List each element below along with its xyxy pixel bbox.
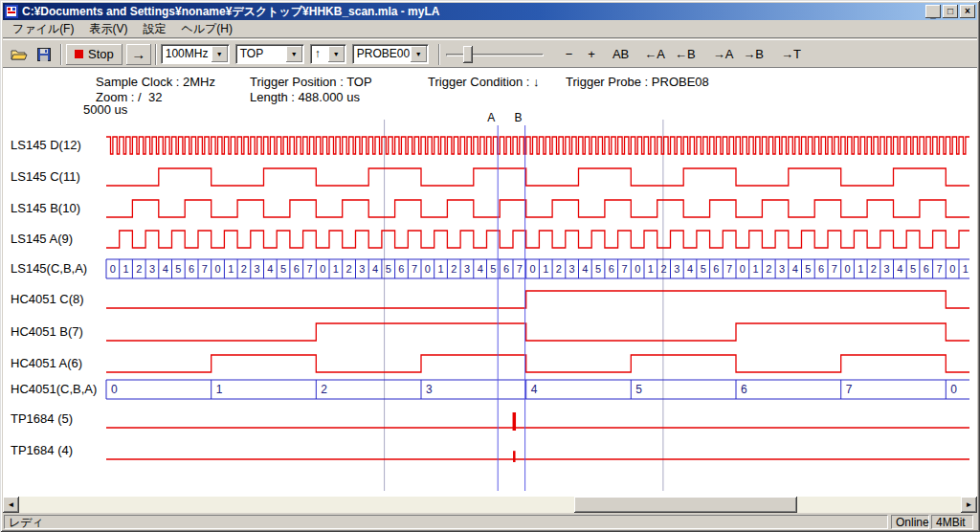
bus-segment-label: 2 xyxy=(136,263,142,275)
bus-segment-label: 3 xyxy=(674,263,679,275)
goto-trigger-button[interactable]: →T xyxy=(776,44,806,65)
app-window: C:¥Documents and Settings¥noname¥デスクトップ¥… xyxy=(0,0,980,532)
bus-segment-label: 1 xyxy=(543,263,548,275)
cursor-b-label: B xyxy=(515,111,523,124)
menu-item-file[interactable]: ファイル(F) xyxy=(5,20,81,38)
bus-segment-label: 3 xyxy=(149,263,155,275)
bus-segment-label: 7 xyxy=(832,263,837,275)
bus-segment-label: 3 xyxy=(426,383,433,396)
bus-segment-label: 6 xyxy=(609,263,614,275)
minimize-button[interactable]: _ xyxy=(925,5,941,18)
bus-segment-label: 5 xyxy=(635,383,642,396)
menu-item-help[interactable]: ヘルプ(H) xyxy=(173,20,240,38)
bus-segment-label: 7 xyxy=(412,263,417,275)
run-button[interactable]: → xyxy=(126,44,151,65)
length-info: Length : 488.000 us xyxy=(250,90,360,104)
window-title: C:¥Documents and Settings¥noname¥デスクトップ¥… xyxy=(22,4,924,20)
cursor-a-label: A xyxy=(487,111,495,124)
sample-clock-select[interactable]: 100MHz ▼ xyxy=(161,44,230,64)
bus-segment-label: 4 xyxy=(478,263,483,275)
goto-cursor-a-button[interactable]: ←A xyxy=(639,44,670,65)
trigger-condition-info: Trigger Condition : ↓ xyxy=(428,75,540,89)
open-file-button[interactable] xyxy=(7,43,32,66)
zoom-out-button[interactable]: − xyxy=(561,44,578,65)
bus-segment-label: 6 xyxy=(741,383,747,396)
bus-segment-label: 4 xyxy=(267,263,273,275)
zoom-slider[interactable] xyxy=(444,44,546,65)
bus-segment-label: 2 xyxy=(346,263,352,275)
bus-segment-label: 0 xyxy=(950,383,957,396)
bus-segment-label: 4 xyxy=(687,263,693,275)
bus-segment-label: 4 xyxy=(792,263,798,275)
set-cursor-b-button[interactable]: →B xyxy=(738,44,768,65)
waveform-trace xyxy=(106,231,969,248)
waveform-trace xyxy=(106,200,969,217)
goto-cursor-b-button[interactable]: ←B xyxy=(670,44,701,65)
channel-label: TP1684 (5) xyxy=(11,411,73,426)
bus-segment-label: 7 xyxy=(726,263,732,275)
bus-segment-label: 6 xyxy=(503,263,509,275)
bus-segment-label: 5 xyxy=(910,263,916,275)
zoom-in-button[interactable]: + xyxy=(583,44,600,65)
titlebar[interactable]: C:¥Documents and Settings¥noname¥デスクトップ¥… xyxy=(3,3,977,20)
bus-segment-label: 3 xyxy=(569,263,575,275)
scroll-thumb[interactable] xyxy=(574,497,797,513)
scroll-right-button[interactable]: ► xyxy=(961,497,977,513)
dropdown-arrow-icon[interactable]: ▼ xyxy=(286,46,302,62)
toolbar-separator xyxy=(155,44,157,65)
status-ready: レディ xyxy=(4,515,888,529)
bus-segment-label: 0 xyxy=(844,263,850,275)
sample-clock-value: 100MHz xyxy=(162,45,211,63)
save-floppy-icon xyxy=(37,48,51,61)
bus-segment-label: 7 xyxy=(621,263,627,275)
bus-segment-label: 2 xyxy=(556,263,562,275)
slider-groove xyxy=(446,54,544,56)
bus-segment-label: 0 xyxy=(111,383,118,396)
set-cursor-a-button[interactable]: →A xyxy=(708,44,739,65)
bus-segment-label: 1 xyxy=(228,263,234,275)
status-memory: 4MBit xyxy=(931,515,973,529)
bus-segment-label: 6 xyxy=(189,263,194,275)
waveform-canvas[interactable]: LS145 D(12)LS145 C(11)LS145 B(10)LS145 A… xyxy=(3,110,975,495)
trigger-position-value: TOP xyxy=(236,45,285,63)
bus-segment-label: 3 xyxy=(255,263,260,275)
channel-label: HC4051 A(6) xyxy=(11,356,82,370)
dropdown-arrow-icon[interactable]: ▼ xyxy=(411,46,427,62)
bus-segment-label: 3 xyxy=(359,263,365,275)
bus-segment-label: 0 xyxy=(214,263,220,275)
sample-clock-info: Sample Clock : 2MHz xyxy=(96,75,215,89)
scroll-track[interactable] xyxy=(19,497,961,513)
bus-segment-label: 4 xyxy=(372,263,378,275)
scroll-left-button[interactable]: ◄ xyxy=(3,497,19,513)
channel-label: LS145(C,B,A) xyxy=(11,261,87,276)
dropdown-arrow-icon[interactable]: ▼ xyxy=(328,46,345,62)
menu-item-settings[interactable]: 設定 xyxy=(135,20,173,38)
maximize-button[interactable]: □ xyxy=(943,5,958,18)
slider-thumb[interactable] xyxy=(463,46,473,63)
app-icon xyxy=(5,5,18,18)
trigger-probe-select[interactable]: PROBE00 ▼ xyxy=(352,44,429,64)
toolbar-separator xyxy=(60,44,62,65)
bus-segment-label: 4 xyxy=(582,263,588,275)
bus-segment-label: 0 xyxy=(320,263,325,275)
save-file-button[interactable] xyxy=(32,43,56,66)
stop-button[interactable]: Stop xyxy=(66,44,122,65)
channel-label: HC4051 C(8) xyxy=(11,292,84,306)
bus-segment-label: 4 xyxy=(897,263,902,275)
channel-label: LS145 C(11) xyxy=(11,169,80,184)
horizontal-scrollbar[interactable]: ◄ ► xyxy=(3,497,977,513)
dropdown-arrow-icon[interactable]: ▼ xyxy=(212,46,228,62)
close-button[interactable]: × xyxy=(960,5,975,18)
bus-segment-label: 2 xyxy=(451,263,457,275)
toolbar: Stop → 100MHz ▼ TOP ▼ ↑ ▼ PROBE00 ▼ − + xyxy=(3,39,977,68)
status-online: Online xyxy=(891,515,929,529)
bus-segment-label: 1 xyxy=(123,263,129,275)
bus-segment-label: 0 xyxy=(949,263,955,275)
menu-item-view[interactable]: 表示(V) xyxy=(81,20,135,38)
cursor-ab-button[interactable]: AB xyxy=(608,44,634,65)
statusbar: レディ Online 4MBit xyxy=(3,514,977,530)
trigger-position-select[interactable]: TOP ▼ xyxy=(235,44,304,64)
menubar: ファイル(F) 表示(V) 設定 ヘルプ(H) xyxy=(3,21,977,38)
trigger-probe-value: PROBE00 xyxy=(353,45,410,63)
trigger-edge-select[interactable]: ↑ ▼ xyxy=(310,44,346,64)
